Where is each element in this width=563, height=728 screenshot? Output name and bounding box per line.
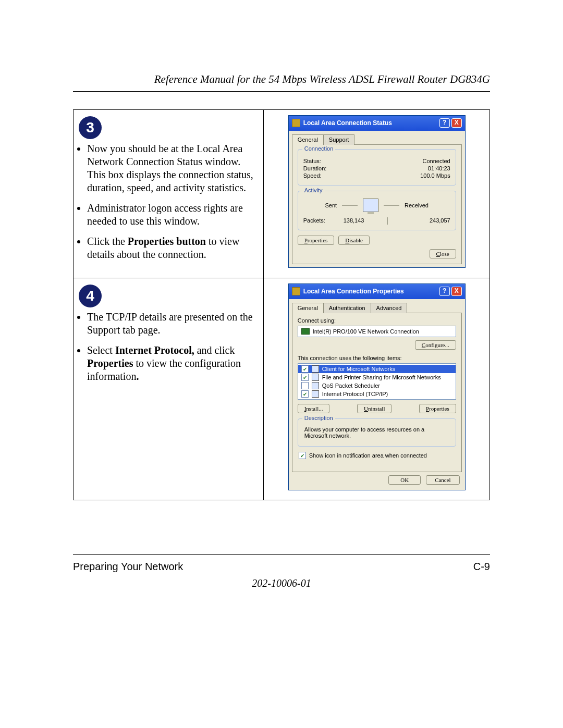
tab-advanced[interactable]: Advanced [371, 303, 408, 313]
connect-using-label: Connect using: [298, 317, 456, 324]
activity-group: Activity Sent Received Packets: 138,143 [298, 191, 456, 230]
footer-rule [73, 554, 490, 555]
connection-group: Connection Status:Connected Duration:01:… [298, 149, 456, 186]
list-item[interactable]: ✔ Internet Protocol (TCP/IP) [298, 390, 456, 398]
checkbox-icon[interactable]: ✔ [301, 365, 309, 373]
show-icon-checkbox[interactable]: ✔ [299, 452, 306, 459]
checkbox-icon[interactable]: ✔ [301, 374, 309, 381]
status-title: Local Area Connection Status [303, 119, 392, 127]
show-icon-label: Show icon in notification area when conn… [309, 452, 427, 459]
disable-button[interactable]: Disable [338, 236, 370, 245]
steps-table: 3 Now you should be at the Local Area Ne… [73, 109, 490, 500]
packets-sent: 138,143 [325, 217, 382, 225]
sent-label: Sent [325, 202, 337, 208]
divider [384, 205, 399, 206]
adapter-field[interactable]: Intel(R) PRO/100 VE Network Connection [298, 326, 456, 337]
speed-value: 100.0 Mbps [420, 172, 450, 179]
step3-text-1: Now you should be at the Local Area Netw… [87, 142, 259, 194]
close-button[interactable]: X [451, 118, 462, 128]
description-text: Allows your computer to access resources… [304, 426, 449, 439]
step4-text-2: Select Internet Protocol, and click Prop… [87, 344, 259, 383]
close-dialog-button[interactable]: Close [430, 249, 456, 258]
footer-section: Preparing Your Network [73, 561, 183, 573]
help-button[interactable]: ? [439, 287, 450, 296]
adapter-name: Intel(R) PRO/100 VE Network Connection [313, 328, 419, 335]
step3-text-3: Click the Properties button to view deta… [87, 235, 259, 261]
connection-group-title: Connection [302, 145, 336, 152]
step3-text-2: Administrator logon access rights are ne… [87, 202, 259, 228]
doc-number: 202-10006-01 [0, 577, 563, 589]
list-item[interactable]: QoS Packet Scheduler [298, 381, 456, 390]
item-properties-button[interactable]: Properties [419, 404, 456, 413]
tab-authentication[interactable]: Authentication [323, 303, 371, 313]
properties-title: Local Area Connection Properties [303, 288, 404, 295]
components-list[interactable]: ✔ Client for Microsoft Networks ✔ File a… [298, 363, 456, 400]
checkbox-icon[interactable] [301, 382, 309, 389]
configure-button[interactable]: Configure... [415, 340, 456, 350]
step-badge-4: 4 [79, 285, 102, 307]
network-icon [292, 287, 300, 295]
tab-support[interactable]: Support [323, 134, 355, 145]
divider [387, 217, 388, 225]
tab-general[interactable]: General [292, 303, 324, 313]
page-number: C-9 [473, 561, 490, 573]
service-icon [312, 374, 319, 381]
properties-dialog: Local Area Connection Properties ? X Gen… [288, 283, 466, 490]
install-button[interactable]: Install... [298, 404, 330, 413]
properties-button[interactable]: Properties [298, 236, 335, 245]
list-item[interactable]: ✔ Client for Microsoft Networks [298, 365, 456, 373]
status-dialog: Local Area Connection Status ? X General… [288, 115, 466, 268]
description-group: Description Allows your computer to acce… [298, 418, 456, 447]
packets-label: Packets: [303, 217, 325, 225]
service-icon [312, 382, 319, 389]
duration-label: Duration: [303, 165, 327, 171]
checkbox-icon[interactable]: ✔ [301, 390, 309, 398]
received-label: Received [405, 202, 429, 208]
uninstall-button[interactable]: Uninstall [357, 404, 391, 413]
help-button[interactable]: ? [439, 118, 450, 128]
properties-titlebar[interactable]: Local Area Connection Properties ? X [289, 284, 465, 299]
activity-icon [363, 199, 378, 212]
status-titlebar[interactable]: Local Area Connection Status ? X [289, 116, 465, 131]
cancel-button[interactable]: Cancel [426, 475, 460, 485]
divider [342, 205, 358, 206]
header-rule [73, 91, 490, 92]
step4-text-1: The TCP/IP details are presented on the … [87, 311, 259, 337]
packets-received: 243,057 [393, 217, 450, 225]
speed-label: Speed: [303, 172, 322, 179]
step-badge-3: 3 [79, 116, 102, 139]
close-button[interactable]: X [451, 287, 462, 296]
ok-button[interactable]: OK [388, 475, 421, 485]
protocol-icon [312, 390, 319, 398]
network-icon [292, 119, 300, 127]
description-title: Description [302, 415, 335, 421]
adapter-icon [301, 328, 310, 335]
client-icon [312, 365, 319, 373]
status-label: Status: [303, 158, 321, 164]
activity-group-title: Activity [302, 187, 325, 193]
duration-value: 01:40:23 [428, 165, 450, 171]
items-label: This connection uses the following items… [298, 355, 456, 361]
list-item[interactable]: ✔ File and Printer Sharing for Microsoft… [298, 373, 456, 381]
tab-general[interactable]: General [292, 134, 324, 145]
doc-title: Reference Manual for the 54 Mbps Wireles… [73, 73, 490, 86]
status-value: Connected [422, 158, 450, 164]
